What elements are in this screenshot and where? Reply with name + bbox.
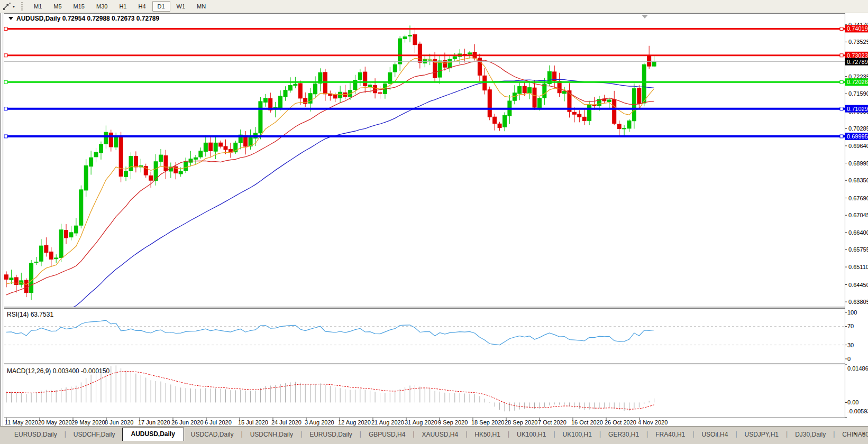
timeframe-toolbar: ▾ M1M5M15M30H1H4D1W1MN	[0, 0, 868, 13]
tab-gbpusd-h4[interactable]: GBPUSD,H4	[362, 429, 412, 441]
macd-panel	[6, 365, 847, 418]
date-axis-label: 26 Oct 2020	[605, 419, 636, 426]
timeframe-button-H1[interactable]: H1	[114, 1, 132, 12]
line-handle-right[interactable]	[840, 80, 843, 84]
line-handle-right[interactable]	[840, 27, 843, 30]
tab-audusd-daily[interactable]: AUDUSD,Daily	[122, 428, 184, 441]
cursor-tool-icon[interactable]	[2, 2, 12, 11]
date-axis-label: 21 Aug 2020	[371, 419, 404, 426]
tab-uk100-h1[interactable]: UK100,H1	[510, 429, 553, 441]
tab-xauusd-h4[interactable]: XAUUSD,H4	[415, 429, 465, 441]
rsi-scale-label: 70	[847, 323, 854, 329]
rsi-scale-label: 0	[847, 356, 851, 362]
date-axis-label: 15 Jul 2020	[238, 419, 268, 426]
macd-scale-zero: 0.00	[847, 399, 858, 405]
price-axis-label: 0.66400	[848, 229, 868, 236]
date-axis-label: 9 Sep 2020	[438, 419, 468, 426]
tab-usdjpy-h1[interactable]: USDJPY,H1	[738, 429, 785, 441]
tab-usdcad-daily[interactable]: USDCAD,Daily	[184, 429, 241, 441]
tab-hk50-h1[interactable]: HK50,H1	[468, 429, 507, 441]
svg-text:0.72026: 0.72026	[847, 79, 868, 85]
line-handle-right[interactable]	[840, 54, 843, 57]
date-axis-label: 8 Jun 2020	[105, 419, 133, 426]
date-axis-label: 7 Oct 2020	[538, 419, 567, 426]
chart-title-caret-icon[interactable]	[8, 17, 13, 20]
price-axis-label: 0.65755	[848, 246, 868, 253]
chart-shift-marker-icon[interactable]	[642, 15, 648, 18]
chart-title: AUDUSD,Daily 0.72954 0.72988 0.72673 0.7…	[16, 15, 160, 22]
timeframe-button-M5[interactable]: M5	[48, 1, 67, 12]
macd-scale-bottom: -0.005938	[847, 408, 868, 414]
date-axis-label: 16 Oct 2020	[571, 419, 603, 426]
candlesticks	[5, 25, 656, 300]
tab-scroll-left-icon[interactable]: ◂	[854, 431, 856, 436]
date-axis-label: 31 Aug 2020	[405, 419, 437, 426]
tab-dj30-daily[interactable]: DJ30,Daily	[788, 429, 833, 441]
price-axis-label: 0.68995	[848, 160, 868, 166]
rsi-scale-label: 100	[847, 309, 857, 316]
slow-sma-line	[6, 79, 654, 318]
tab-fra40-h1[interactable]: FRA40,H1	[648, 429, 692, 441]
tab-usdchf-daily[interactable]: USDCHF,Daily	[67, 429, 122, 441]
tab-scroll-right-icon[interactable]: ▸	[862, 431, 865, 436]
price-axis-label: 0.70285	[848, 125, 868, 132]
timeframe-buttons: M1M5M15M30H1H4D1W1MN	[28, 1, 212, 12]
timeframe-button-H4[interactable]: H4	[133, 1, 151, 12]
time-axis: 11 May 202020 May 202029 May 20208 Jun 2…	[5, 418, 668, 426]
timeframe-button-MN[interactable]: MN	[191, 1, 211, 12]
date-axis-label: 17 Jun 2020	[138, 419, 170, 426]
svg-text:0.69995: 0.69995	[847, 133, 868, 140]
tool-dropdown-caret-icon[interactable]: ▾	[13, 4, 15, 9]
date-axis-label: 29 May 2020	[71, 419, 105, 426]
timeframe-button-M15[interactable]: M15	[68, 1, 90, 12]
price-axis-label: 0.68350	[848, 177, 868, 183]
rsi-label: RSI(14) 63.7531	[7, 311, 53, 318]
tab-eurusd-daily[interactable]: EURUSD,Daily	[303, 429, 359, 441]
timeframe-button-M30[interactable]: M30	[91, 1, 113, 12]
date-axis-label: 28 Sep 2020	[505, 419, 537, 426]
macd-label: MACD(12,26,9) 0.003400 -0.000150	[7, 367, 109, 375]
tab-ger30-h1[interactable]: GER30,H1	[601, 429, 646, 441]
line-handle-left[interactable]	[4, 80, 7, 84]
rsi-line	[6, 320, 654, 345]
date-axis-label: 4 Nov 2020	[638, 419, 668, 426]
macd-scale-top: 0.014861	[847, 365, 868, 372]
svg-text:0.72789: 0.72789	[847, 59, 868, 65]
chart-tab-bar: EURUSD,Daily|USDCHF,DailyAUDUSD,DailyUSD…	[0, 426, 868, 444]
date-axis-label: 20 May 2020	[38, 419, 72, 426]
price-axis-label: 0.69640	[848, 143, 868, 149]
tab-scroll-controls: ◂ ▸	[854, 431, 865, 436]
chart-window: 10070300 0.741700.735250.728800.722350.7…	[0, 13, 868, 426]
line-handle-left[interactable]	[4, 135, 7, 138]
date-axis-label: 12 Aug 2020	[338, 419, 371, 426]
tab-usdcnh-daily[interactable]: USDCNH,Daily	[243, 429, 300, 441]
date-axis-label: 3 Aug 2020	[305, 419, 334, 426]
svg-text:0.74019: 0.74019	[847, 25, 868, 32]
tab-eurusd-daily[interactable]: EURUSD,Daily	[7, 429, 64, 441]
svg-text:0.73023: 0.73023	[847, 52, 868, 59]
tab-uk100-h1[interactable]: UK100,H1	[556, 429, 599, 441]
timeframe-button-M1[interactable]: M1	[29, 1, 47, 12]
toolbar-grip-handle[interactable]	[21, 2, 23, 11]
chart-tabs: EURUSD,Daily|USDCHF,DailyAUDUSD,DailyUSD…	[0, 427, 868, 441]
line-handle-left[interactable]	[4, 54, 7, 57]
price-axis-label: 0.67045	[848, 212, 868, 218]
horizontal-level-lines[interactable]	[4, 27, 845, 138]
line-handle-right[interactable]	[840, 135, 843, 138]
price-axis-label: 0.67690	[848, 195, 868, 201]
line-handle-right[interactable]	[840, 107, 843, 110]
mt4-window: ▾ M1M5M15M30H1H4D1W1MN 10070300	[0, 0, 868, 444]
rsi-scale-label: 30	[847, 342, 854, 348]
svg-text:0.71029: 0.71029	[847, 106, 868, 112]
rsi-panel: 10070300	[4, 309, 857, 362]
date-axis-label: 18 Sep 2020	[471, 419, 504, 426]
line-handle-left[interactable]	[4, 27, 7, 30]
price-axis-label: 0.71590	[848, 90, 868, 97]
line-handle-left[interactable]	[4, 107, 7, 110]
price-axis-label: 0.65110	[848, 264, 868, 270]
timeframe-button-D1[interactable]: D1	[152, 1, 170, 12]
date-axis-label: 11 May 2020	[5, 419, 38, 426]
timeframe-button-W1[interactable]: W1	[171, 1, 191, 12]
tab-usoil-h4[interactable]: USOil,H4	[695, 429, 735, 441]
date-axis-label: 26 Jun 2020	[171, 419, 204, 426]
